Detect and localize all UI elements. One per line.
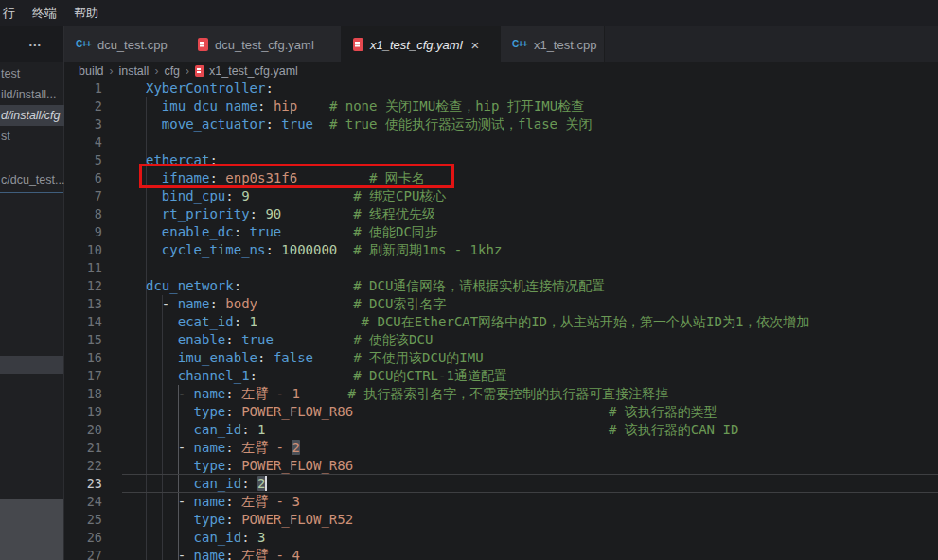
code-token: 1000000 xyxy=(281,242,337,257)
code-token xyxy=(146,116,162,131)
code-token xyxy=(257,368,353,383)
code-token: # DCU在EtherCAT网络中的ID，从主站开始，第一个从站ID为1，依次增… xyxy=(362,314,810,329)
code-editor[interactable]: 1234567891011121314151617181920212223242… xyxy=(64,79,938,560)
left-sidebar: ⋯ test ild/install... d/install/cfg st c… xyxy=(0,26,64,560)
code-token xyxy=(337,242,353,257)
line-number: 24 xyxy=(64,493,122,511)
code-token: # DCU的CTRL-1通道配置 xyxy=(353,368,507,383)
code-token: can_id xyxy=(194,422,242,437)
code-line: - name: 左臂 - 4 xyxy=(122,547,938,560)
code-token xyxy=(146,422,194,437)
code-token: name xyxy=(194,494,226,509)
breadcrumb-item[interactable]: build xyxy=(79,64,103,78)
sidebar-item[interactable]: ild/install... xyxy=(0,84,64,105)
tab-bar: C++dcu_test.cppdcu_test_cfg.yamlx1_test_… xyxy=(64,26,938,62)
code-line: channel_1: # DCU的CTRL-1通道配置 xyxy=(122,367,938,385)
code-token: XyberController xyxy=(146,80,265,96)
code-token: imu_enable xyxy=(178,350,257,365)
tab-label: dcu_test_cfg.yaml xyxy=(215,38,314,52)
sidebar-item[interactable]: test xyxy=(0,63,64,84)
code-token xyxy=(146,188,162,203)
main-area: ⋯ test ild/install... d/install/cfg st c… xyxy=(0,26,938,560)
code-token: can_id xyxy=(194,476,242,491)
code-token: # 使能该DCU xyxy=(353,332,433,347)
code-token xyxy=(146,242,162,257)
tab-label: x1_test.cpp xyxy=(534,38,597,52)
menu-item-帮助[interactable]: 帮助 xyxy=(65,5,107,22)
code-token: : xyxy=(225,458,241,473)
sidebar-item-selected[interactable]: d/install/cfg xyxy=(0,105,64,126)
tab-dcu_test_cfg.yaml[interactable]: dcu_test_cfg.yaml xyxy=(186,26,342,62)
code-token: : xyxy=(265,116,281,131)
code-token: - xyxy=(146,494,194,509)
code-line: can_id: 2 xyxy=(122,475,938,493)
code-token xyxy=(146,206,162,221)
code-token xyxy=(281,224,353,239)
line-number: 17 xyxy=(64,367,122,385)
line-number: 12 xyxy=(64,277,122,295)
code-token xyxy=(146,476,194,491)
code-line: enable: true # 使能该DCU xyxy=(122,331,938,349)
line-number: 5 xyxy=(64,151,122,169)
code-line: cycle_time_ns: 1000000 # 刷新周期1ms - 1khz xyxy=(122,241,938,259)
code-token xyxy=(146,332,178,347)
code-token xyxy=(313,350,353,365)
more-actions-icon[interactable]: ⋯ xyxy=(28,37,43,52)
tab-dcu_test.cpp[interactable]: C++dcu_test.cpp xyxy=(64,26,186,62)
code-token xyxy=(257,314,362,329)
code-token: imu_dcu_name xyxy=(162,98,257,114)
line-number: 22 xyxy=(64,457,122,475)
code-token xyxy=(146,314,178,329)
breadcrumb-item[interactable]: cfg xyxy=(164,64,180,78)
code-token: # 刷新周期1ms - 1khz xyxy=(353,242,502,257)
code-token: name xyxy=(194,440,226,455)
code-token: : xyxy=(225,386,241,401)
code-line: type: POWER_FLOW_R86 xyxy=(122,457,938,475)
code-token: : xyxy=(225,188,241,203)
yaml-file-icon xyxy=(195,65,204,77)
code-line: type: POWER_FLOW_R52 xyxy=(122,511,938,529)
code-token: # 该执行器的CAN ID xyxy=(609,422,738,437)
code-token: # DCU通信网络，请根据实机连接情况配置 xyxy=(353,278,605,293)
chevron-right-icon: › xyxy=(186,64,189,78)
sidebar-item[interactable]: c/dcu_test... xyxy=(0,169,64,190)
sidebar-divider xyxy=(0,192,63,193)
chevron-right-icon: › xyxy=(109,64,113,78)
code-content[interactable]: XyberController: imu_dcu_name: hip # non… xyxy=(122,79,938,560)
tab-x1_test_cfg.yaml[interactable]: x1_test_cfg.yaml× xyxy=(342,26,501,62)
sidebar-hover-row[interactable] xyxy=(0,356,63,374)
code-token: type xyxy=(194,512,226,527)
vscode-window: 行终端帮助 ⋯ test ild/install... d/install/cf… xyxy=(0,0,938,560)
breadcrumb[interactable]: build›install›cfg›x1_test_cfg.yaml xyxy=(64,62,938,79)
code-token: : xyxy=(234,278,241,293)
code-token xyxy=(146,530,194,545)
code-token xyxy=(257,296,353,311)
code-token: move_actuator xyxy=(162,116,266,131)
code-token xyxy=(274,332,353,347)
line-number: 14 xyxy=(64,313,122,331)
close-icon[interactable]: × xyxy=(471,38,480,52)
breadcrumb-file[interactable]: x1_test_cfg.yaml xyxy=(209,64,298,78)
code-token: false xyxy=(274,350,313,365)
breadcrumb-item[interactable]: install xyxy=(118,64,149,78)
code-token: 90 xyxy=(265,206,281,221)
code-line: imu_dcu_name: hip # none 关闭IMU检查，hip 打开I… xyxy=(122,97,938,115)
code-token xyxy=(300,386,348,401)
code-token: POWER_FLOW_R52 xyxy=(241,512,353,527)
code-token: 1 xyxy=(250,314,257,329)
sidebar-item[interactable]: st xyxy=(0,126,64,147)
code-token: : xyxy=(225,440,241,455)
code-line: can_id: 1 # 该执行器的CAN ID xyxy=(122,421,938,439)
tab-x1_test.cpp[interactable]: C++x1_test.cpp xyxy=(501,26,605,62)
menu-item-行[interactable]: 行 xyxy=(0,5,24,22)
code-token: : xyxy=(250,368,257,383)
code-token: # DCU索引名字 xyxy=(353,296,446,311)
code-token: 3 xyxy=(257,530,265,545)
line-number: 13 xyxy=(64,295,122,313)
menu-item-终端[interactable]: 终端 xyxy=(24,5,65,22)
line-number: 7 xyxy=(64,187,122,205)
sidebar-bottom-panel xyxy=(0,499,63,560)
code-token: : xyxy=(241,476,257,491)
code-token xyxy=(265,422,608,437)
code-token: true xyxy=(250,224,282,239)
